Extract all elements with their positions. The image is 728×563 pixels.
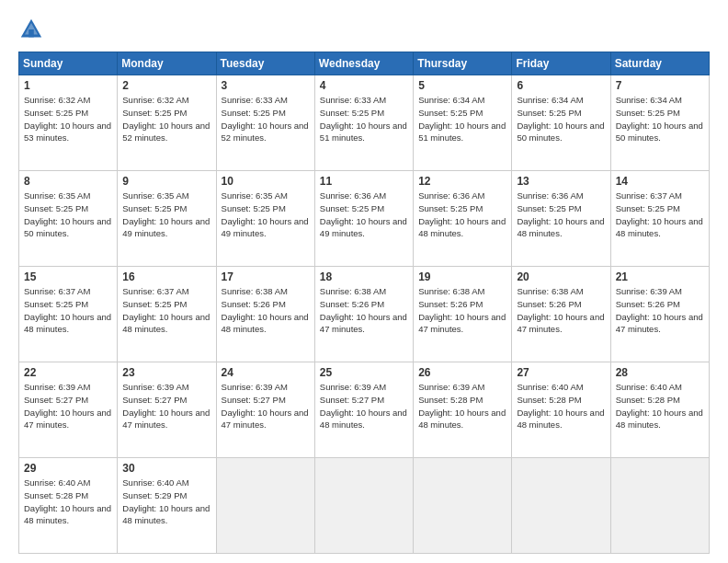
day-info: Sunrise: 6:36 AMSunset: 5:25 PMDaylight:… — [320, 190, 408, 240]
col-header-tuesday: Tuesday — [216, 52, 314, 75]
day-number: 13 — [517, 175, 605, 188]
day-info: Sunrise: 6:35 AMSunset: 5:25 PMDaylight:… — [24, 190, 112, 240]
day-info: Sunrise: 6:39 AMSunset: 5:27 PMDaylight:… — [222, 381, 310, 431]
day-number: 22 — [24, 366, 112, 379]
calendar-cell — [610, 458, 709, 554]
col-header-friday: Friday — [512, 52, 610, 75]
logo — [18, 17, 50, 42]
day-number: 7 — [616, 79, 704, 92]
day-number: 27 — [517, 366, 605, 379]
day-number: 10 — [222, 175, 310, 188]
day-info: Sunrise: 6:40 AMSunset: 5:28 PMDaylight:… — [517, 381, 605, 431]
calendar-cell: 10Sunrise: 6:35 AMSunset: 5:25 PMDayligh… — [216, 171, 314, 267]
day-info: Sunrise: 6:40 AMSunset: 5:28 PMDaylight:… — [616, 381, 704, 431]
calendar-cell: 4Sunrise: 6:33 AMSunset: 5:25 PMDaylight… — [314, 75, 413, 171]
calendar-cell: 11Sunrise: 6:36 AMSunset: 5:25 PMDayligh… — [314, 171, 413, 267]
calendar-cell: 12Sunrise: 6:36 AMSunset: 5:25 PMDayligh… — [414, 171, 512, 267]
day-number: 24 — [222, 366, 310, 379]
day-number: 29 — [24, 462, 112, 475]
day-number: 14 — [616, 175, 704, 188]
day-number: 30 — [122, 462, 210, 475]
day-number: 9 — [122, 175, 210, 188]
calendar-week-1: 1Sunrise: 6:32 AMSunset: 5:25 PMDaylight… — [19, 75, 710, 171]
calendar-cell — [216, 458, 314, 554]
day-number: 15 — [24, 270, 112, 283]
day-number: 28 — [616, 366, 704, 379]
day-number: 17 — [222, 270, 310, 283]
calendar-week-4: 22Sunrise: 6:39 AMSunset: 5:27 PMDayligh… — [19, 362, 710, 458]
day-info: Sunrise: 6:39 AMSunset: 5:28 PMDaylight:… — [418, 381, 506, 431]
calendar-cell: 28Sunrise: 6:40 AMSunset: 5:28 PMDayligh… — [610, 362, 709, 458]
calendar-cell: 25Sunrise: 6:39 AMSunset: 5:27 PMDayligh… — [314, 362, 413, 458]
calendar-cell: 1Sunrise: 6:32 AMSunset: 5:25 PMDaylight… — [19, 75, 118, 171]
day-info: Sunrise: 6:37 AMSunset: 5:25 PMDaylight:… — [122, 285, 210, 336]
day-info: Sunrise: 6:40 AMSunset: 5:28 PMDaylight:… — [24, 477, 112, 527]
calendar-cell: 9Sunrise: 6:35 AMSunset: 5:25 PMDaylight… — [118, 171, 216, 267]
day-info: Sunrise: 6:39 AMSunset: 5:27 PMDaylight:… — [320, 381, 408, 431]
day-info: Sunrise: 6:34 AMSunset: 5:25 PMDaylight:… — [616, 94, 704, 144]
col-header-monday: Monday — [118, 52, 216, 75]
day-info: Sunrise: 6:39 AMSunset: 5:26 PMDaylight:… — [616, 285, 704, 336]
day-info: Sunrise: 6:35 AMSunset: 5:25 PMDaylight:… — [222, 190, 310, 240]
calendar-cell: 2Sunrise: 6:32 AMSunset: 5:25 PMDaylight… — [118, 75, 216, 171]
day-number: 19 — [418, 270, 506, 283]
day-number: 1 — [24, 79, 112, 92]
day-number: 18 — [320, 270, 408, 283]
day-info: Sunrise: 6:32 AMSunset: 5:25 PMDaylight:… — [24, 94, 112, 144]
day-number: 8 — [24, 175, 112, 188]
calendar-cell: 22Sunrise: 6:39 AMSunset: 5:27 PMDayligh… — [19, 362, 118, 458]
calendar-cell: 16Sunrise: 6:37 AMSunset: 5:25 PMDayligh… — [118, 267, 216, 362]
day-number: 26 — [418, 366, 506, 379]
day-info: Sunrise: 6:34 AMSunset: 5:25 PMDaylight:… — [517, 94, 605, 144]
day-info: Sunrise: 6:36 AMSunset: 5:25 PMDaylight:… — [418, 190, 506, 240]
day-number: 2 — [122, 79, 210, 92]
day-info: Sunrise: 6:34 AMSunset: 5:25 PMDaylight:… — [418, 94, 506, 144]
day-number: 23 — [122, 366, 210, 379]
calendar-cell: 29Sunrise: 6:40 AMSunset: 5:28 PMDayligh… — [19, 458, 118, 554]
day-number: 25 — [320, 366, 408, 379]
calendar-page: SundayMondayTuesdayWednesdayThursdayFrid… — [0, 0, 728, 563]
calendar-cell: 24Sunrise: 6:39 AMSunset: 5:27 PMDayligh… — [216, 362, 314, 458]
calendar-week-2: 8Sunrise: 6:35 AMSunset: 5:25 PMDaylight… — [19, 171, 710, 267]
col-header-thursday: Thursday — [414, 52, 512, 75]
calendar-cell: 20Sunrise: 6:38 AMSunset: 5:26 PMDayligh… — [512, 267, 610, 362]
calendar-cell: 8Sunrise: 6:35 AMSunset: 5:25 PMDaylight… — [19, 171, 118, 267]
day-info: Sunrise: 6:39 AMSunset: 5:27 PMDaylight:… — [24, 381, 112, 431]
calendar-cell: 5Sunrise: 6:34 AMSunset: 5:25 PMDaylight… — [414, 75, 512, 171]
calendar-cell: 13Sunrise: 6:36 AMSunset: 5:25 PMDayligh… — [512, 171, 610, 267]
col-header-saturday: Saturday — [610, 52, 709, 75]
day-info: Sunrise: 6:38 AMSunset: 5:26 PMDaylight:… — [320, 285, 408, 336]
calendar-cell — [512, 458, 610, 554]
day-info: Sunrise: 6:36 AMSunset: 5:25 PMDaylight:… — [517, 190, 605, 240]
col-header-wednesday: Wednesday — [314, 52, 413, 75]
logo-icon — [18, 17, 44, 42]
day-info: Sunrise: 6:35 AMSunset: 5:25 PMDaylight:… — [122, 190, 210, 240]
calendar-cell: 26Sunrise: 6:39 AMSunset: 5:28 PMDayligh… — [414, 362, 512, 458]
calendar-cell: 14Sunrise: 6:37 AMSunset: 5:25 PMDayligh… — [610, 171, 709, 267]
day-info: Sunrise: 6:33 AMSunset: 5:25 PMDaylight:… — [320, 94, 408, 144]
calendar-week-3: 15Sunrise: 6:37 AMSunset: 5:25 PMDayligh… — [19, 267, 710, 362]
calendar-cell: 7Sunrise: 6:34 AMSunset: 5:25 PMDaylight… — [610, 75, 709, 171]
day-info: Sunrise: 6:39 AMSunset: 5:27 PMDaylight:… — [122, 381, 210, 431]
svg-rect-2 — [28, 29, 34, 37]
calendar-week-5: 29Sunrise: 6:40 AMSunset: 5:28 PMDayligh… — [19, 458, 710, 554]
day-number: 3 — [222, 79, 310, 92]
calendar-cell: 21Sunrise: 6:39 AMSunset: 5:26 PMDayligh… — [610, 267, 709, 362]
calendar-cell: 17Sunrise: 6:38 AMSunset: 5:26 PMDayligh… — [216, 267, 314, 362]
day-number: 4 — [320, 79, 408, 92]
day-number: 11 — [320, 175, 408, 188]
calendar-cell: 23Sunrise: 6:39 AMSunset: 5:27 PMDayligh… — [118, 362, 216, 458]
day-info: Sunrise: 6:33 AMSunset: 5:25 PMDaylight:… — [222, 94, 310, 144]
day-number: 12 — [418, 175, 506, 188]
day-number: 21 — [616, 270, 704, 283]
calendar-cell: 15Sunrise: 6:37 AMSunset: 5:25 PMDayligh… — [19, 267, 118, 362]
calendar-cell: 30Sunrise: 6:40 AMSunset: 5:29 PMDayligh… — [118, 458, 216, 554]
day-info: Sunrise: 6:38 AMSunset: 5:26 PMDaylight:… — [517, 285, 605, 336]
calendar-cell: 3Sunrise: 6:33 AMSunset: 5:25 PMDaylight… — [216, 75, 314, 171]
day-info: Sunrise: 6:37 AMSunset: 5:25 PMDaylight:… — [616, 190, 704, 240]
day-number: 5 — [418, 79, 506, 92]
day-number: 16 — [122, 270, 210, 283]
calendar-cell: 6Sunrise: 6:34 AMSunset: 5:25 PMDaylight… — [512, 75, 610, 171]
header — [18, 17, 710, 42]
day-info: Sunrise: 6:37 AMSunset: 5:25 PMDaylight:… — [24, 285, 112, 336]
